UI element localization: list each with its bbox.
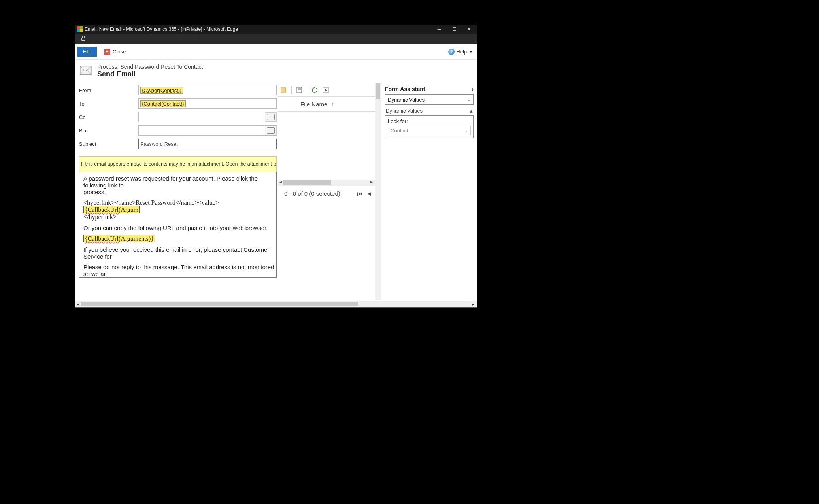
- body-para-5: If you believe you received this email i…: [83, 246, 275, 260]
- new-attachment-icon[interactable]: [280, 87, 287, 94]
- bcc-label: Bcc: [79, 128, 138, 134]
- attachments-pane: File Name ↑ ◄► 0 - 0 of 0 (0 selected) ⏮…: [277, 83, 381, 300]
- lock-icon: [81, 36, 86, 42]
- cc-lookup-button[interactable]: [265, 112, 277, 122]
- svg-rect-3: [297, 87, 302, 93]
- bcc-lookup-button[interactable]: [265, 126, 277, 135]
- command-bar: File ✕ Close ? Help ▼: [75, 44, 477, 60]
- look-for-box: Look for: Contact ⌄: [385, 115, 474, 138]
- svg-rect-0: [82, 38, 85, 40]
- body-hyperlink-line: <hyperlink><name>Reset Password</name><v…: [83, 199, 275, 221]
- chevron-down-icon: ⌄: [465, 128, 468, 133]
- sort-ascending-icon: ↑: [331, 102, 334, 107]
- attachments-column-header[interactable]: File Name ↑: [278, 97, 380, 112]
- to-token: {Contact(Contact)}: [140, 100, 186, 107]
- attachments-hscroll[interactable]: ◄►: [278, 180, 380, 185]
- window-title: Email: New Email - Microsoft Dynamics 36…: [85, 26, 432, 32]
- email-body-editor[interactable]: A password reset was requested for your …: [79, 172, 277, 278]
- mail-icon: [80, 66, 92, 76]
- form-assistant-title: Form Assistant: [385, 86, 425, 92]
- help-button[interactable]: ? Help ▼: [448, 49, 473, 55]
- chevron-down-icon: ⌄: [468, 98, 471, 102]
- first-page-icon[interactable]: ⏮: [357, 190, 363, 197]
- prev-page-icon[interactable]: ◄: [366, 190, 372, 197]
- attachments-vscroll[interactable]: [375, 83, 381, 300]
- subject-label: Subject: [79, 141, 138, 147]
- file-button[interactable]: File: [77, 47, 97, 57]
- assistant-section-label: Dynamic Values: [386, 108, 423, 114]
- attachment-list-icon[interactable]: [296, 87, 303, 94]
- body-para-1: A password reset was requested for your …: [83, 175, 275, 195]
- svg-rect-2: [281, 88, 286, 92]
- to-label: To: [79, 101, 138, 107]
- from-token: {Owner(Contact)}: [140, 87, 183, 94]
- attachments-paging: 0 - 0 of 0 (0 selected) ⏮ ◄: [278, 185, 380, 201]
- assistant-mode-select[interactable]: Dynamic Values ⌄: [385, 94, 474, 105]
- close-button[interactable]: ✕ Close: [104, 49, 126, 55]
- content-area: Process: Send Password Reset To Contact …: [75, 60, 477, 307]
- security-bar: [75, 34, 477, 44]
- process-label: Process: Send Password Reset To Contact: [97, 64, 203, 70]
- from-field[interactable]: {Owner(Contact)}: [138, 85, 277, 95]
- to-field[interactable]: {Contact(Contact)}: [138, 98, 277, 109]
- play-icon[interactable]: [322, 87, 329, 94]
- minimize-button[interactable]: ─: [432, 25, 447, 34]
- form-assistant-pane: Form Assistant › Dynamic Values ⌄ Dynami…: [381, 83, 477, 300]
- app-window: Email: New Email - Microsoft Dynamics 36…: [75, 25, 477, 308]
- collapse-section-icon[interactable]: ▴: [470, 108, 473, 114]
- content-hscroll[interactable]: ◄ ►: [75, 301, 477, 307]
- page-header: Process: Send Password Reset To Contact …: [75, 60, 477, 81]
- body-callback-token: {CallbackUrl(Arguments)}: [83, 235, 275, 242]
- body-para-3: Or you can copy the following URL and pa…: [83, 225, 275, 231]
- app-icon: [77, 26, 83, 32]
- close-icon: ✕: [104, 49, 110, 55]
- collapse-assistant-icon[interactable]: ›: [472, 86, 474, 92]
- maximize-button[interactable]: ☐: [447, 25, 462, 34]
- cc-label: Cc: [79, 114, 138, 120]
- email-form: From {Owner(Contact)} To {Contact(Contac…: [75, 83, 277, 300]
- cc-field[interactable]: [138, 112, 277, 122]
- refresh-icon[interactable]: [311, 87, 318, 94]
- page-title: Send Email: [97, 70, 203, 78]
- attachment-info-banner: If this email appears empty, its content…: [79, 156, 277, 172]
- file-name-header: File Name: [300, 101, 327, 108]
- chevron-down-icon: ▼: [469, 50, 473, 54]
- title-bar: Email: New Email - Microsoft Dynamics 36…: [75, 25, 477, 34]
- look-for-select[interactable]: Contact ⌄: [388, 126, 471, 135]
- subject-field[interactable]: Password Reset: [138, 139, 277, 149]
- close-window-button[interactable]: ✕: [462, 25, 477, 34]
- look-for-label: Look for:: [388, 118, 471, 124]
- help-icon: ?: [448, 49, 455, 55]
- body-para-6: Please do not reply to this message. Thi…: [83, 264, 275, 278]
- bcc-field[interactable]: [138, 125, 277, 136]
- paging-text: 0 - 0 of 0 (0 selected): [284, 190, 340, 197]
- from-label: From: [79, 87, 138, 93]
- attachments-toolbar: [278, 83, 380, 97]
